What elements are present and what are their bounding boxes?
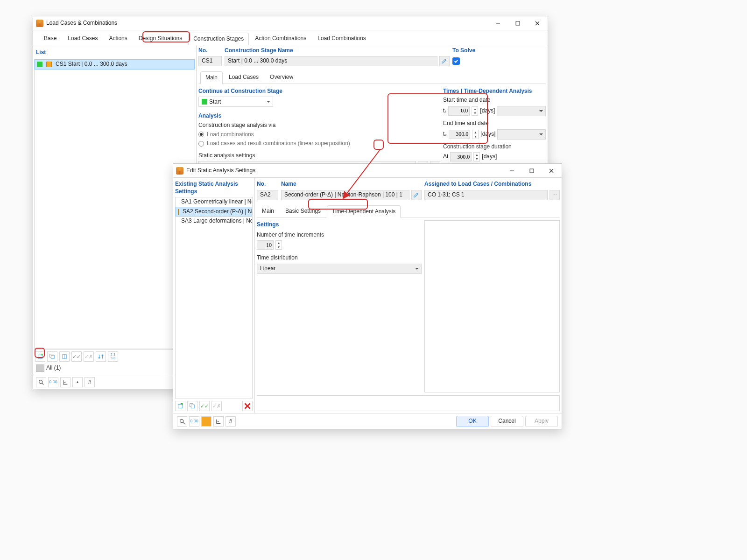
titlebar-edit: Edit Static Analysis Settings <box>173 164 562 178</box>
minimize-button[interactable] <box>489 17 507 30</box>
axis-button[interactable] <box>60 377 70 387</box>
tab-actions[interactable]: Actions <box>104 32 132 45</box>
tab-load-combinations[interactable]: Load Combinations <box>312 32 371 45</box>
unit-button[interactable]: 0.00 <box>48 377 58 387</box>
settings-title: Settings <box>257 221 422 229</box>
sort-button[interactable] <box>96 351 106 362</box>
exclude-all-button[interactable]: ✓✗ <box>84 351 94 362</box>
minimize-button-2[interactable] <box>503 164 521 177</box>
svg-rect-1 <box>516 21 520 25</box>
include-all-sa-button[interactable]: ✓✓ <box>199 401 210 411</box>
summary-swatch-icon <box>36 364 44 372</box>
sa-col-assigned: Assigned to Load Cases / Combinations <box>424 181 560 188</box>
dt-spinner[interactable]: ▲▼ <box>473 152 480 161</box>
continue-value: Start <box>209 98 221 106</box>
continue-title: Continue at Construction Stage <box>198 88 440 95</box>
continue-combo[interactable]: Start <box>198 97 273 107</box>
point-button[interactable] <box>72 377 83 387</box>
stage-solve-icon <box>46 62 52 67</box>
te-date-combo[interactable] <box>497 129 546 140</box>
rename-button[interactable] <box>439 56 450 66</box>
sa3-label: SA3 Large deformations | Newton- <box>181 217 252 225</box>
existing-sa3[interactable]: SA3 Large deformations | Newton- <box>176 217 252 226</box>
existing-sa2[interactable]: SA2 Second-order (P-Δ) | Newton-R <box>176 207 252 217</box>
new-stage-button[interactable] <box>35 351 45 362</box>
preview-button[interactable] <box>36 377 46 387</box>
tab-load-cases[interactable]: Load Cases <box>63 32 103 45</box>
ok-button[interactable]: OK <box>456 416 489 427</box>
sa-subtab-basic[interactable]: Basic Settings <box>280 205 326 217</box>
radio-load-cases-result-label: Load cases and result combinations (line… <box>207 140 350 147</box>
new-sa-button[interactable] <box>175 401 185 411</box>
stage-color-icon <box>37 62 42 67</box>
sa-name-cell[interactable]: Second-order (P-Δ) | Newton-Raphson | 10… <box>281 190 409 200</box>
close-button[interactable] <box>528 17 547 30</box>
no-cell[interactable]: CS1 <box>198 56 222 66</box>
static-settings-label: Static analysis settings <box>198 152 440 160</box>
copy-stage-button[interactable] <box>47 351 57 362</box>
apply-button[interactable]: Apply <box>525 416 558 427</box>
axis-button-2[interactable] <box>213 416 224 427</box>
tab-base[interactable]: Base <box>39 32 62 45</box>
dt-symbol: Δt <box>443 153 448 161</box>
te-unit: [days] <box>480 131 495 138</box>
exclude-all-sa-button[interactable]: ✓✗ <box>211 401 222 411</box>
analysis-via-label: Construction stage analysis via <box>198 122 440 129</box>
window-title: Load Cases & Combinations <box>46 20 489 27</box>
distribution-combo[interactable]: Linear <box>257 264 422 274</box>
increments-input[interactable] <box>257 240 274 250</box>
preview-button-2[interactable] <box>177 416 187 427</box>
tab-construction-stages[interactable]: Construction Stages <box>188 33 249 45</box>
dt-input[interactable] <box>450 152 472 161</box>
tab-design-situations[interactable]: Design Situations <box>134 32 187 45</box>
cancel-button[interactable]: Cancel <box>491 416 523 427</box>
list-item-label: CS1 Start | 0.0 ... 300.0 days <box>56 61 127 68</box>
close-button-2[interactable] <box>542 164 561 177</box>
renumber-button[interactable]: 2 13 8 <box>108 351 118 362</box>
include-all-button[interactable]: ✓✓ <box>71 351 82 362</box>
sa-subtab-time-dependent[interactable]: Time-Dependent Analysis <box>327 205 401 218</box>
existing-sa1[interactable]: SA1 Geometrically linear | Newton- <box>176 197 252 207</box>
stage-name-cell[interactable]: Start | 0.0 ... 300.0 days <box>225 56 437 66</box>
svg-rect-6 <box>51 355 54 358</box>
svg-point-29 <box>218 420 219 422</box>
svg-rect-19 <box>530 169 534 173</box>
list-header: List <box>34 47 195 57</box>
assigned-more-button[interactable]: ⋯ <box>550 190 560 200</box>
subtab-main[interactable]: Main <box>200 71 223 84</box>
duplicate-stage-button[interactable] <box>59 351 70 362</box>
increments-spinner[interactable]: ▲▼ <box>275 240 282 250</box>
window-edit-static-analysis: Edit Static Analysis Settings Existing S… <box>173 163 562 429</box>
radio-load-combinations[interactable] <box>198 132 204 137</box>
te-spinner[interactable]: ▲▼ <box>472 130 479 139</box>
list-item[interactable]: CS1 Start | 0.0 ... 300.0 days <box>35 59 195 70</box>
duration-label: Construction stage duration <box>443 143 546 151</box>
radio-load-cases-result[interactable] <box>198 141 204 147</box>
maximize-button[interactable] <box>508 17 527 30</box>
col-no: No. <box>198 47 222 55</box>
sa-rename-button[interactable] <box>411 190 422 200</box>
increments-label: Number of time increments <box>257 231 422 239</box>
function-button[interactable]: f! <box>85 377 95 387</box>
subtab-load-cases[interactable]: Load Cases <box>224 71 264 84</box>
existing-title: Existing Static Analysis Settings <box>175 181 253 195</box>
maximize-button-2[interactable] <box>522 164 541 177</box>
subtab-overview[interactable]: Overview <box>265 71 298 84</box>
delete-sa-button[interactable] <box>242 401 253 411</box>
color-button[interactable] <box>201 416 211 427</box>
sa2-label: SA2 Second-order (P-Δ) | Newton-R <box>183 208 252 216</box>
to-solve-checkbox[interactable] <box>452 57 460 65</box>
sa-subtabs: Main Basic Settings Time-Dependent Analy… <box>257 203 560 218</box>
ts-date-combo[interactable] <box>497 106 546 116</box>
ts-input[interactable] <box>448 106 470 116</box>
unit-button-2[interactable]: 0.00 <box>189 416 199 427</box>
assigned-cell: CO 1-31; CS 1 <box>424 190 548 200</box>
tab-action-combinations[interactable]: Action Combinations <box>250 32 311 45</box>
ts-spinner[interactable]: ▲▼ <box>472 106 478 116</box>
te-input[interactable] <box>449 130 470 139</box>
copy-sa-button[interactable] <box>187 401 197 411</box>
app-icon-2 <box>176 167 183 175</box>
sa-no-cell[interactable]: SA2 <box>257 190 278 200</box>
sa-subtab-main[interactable]: Main <box>257 205 279 217</box>
function-button-2[interactable]: f! <box>226 416 236 427</box>
